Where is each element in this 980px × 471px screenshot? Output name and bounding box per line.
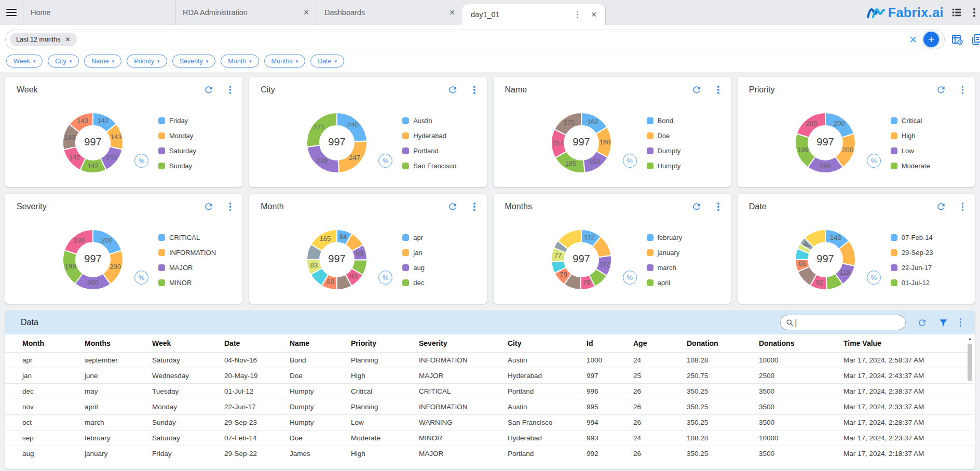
filter-pill-month[interactable]: Month▾ <box>221 55 258 68</box>
percent-toggle-button[interactable]: % <box>134 154 148 168</box>
legend-item-san-francisco[interactable]: San Francisco <box>402 158 480 173</box>
column-header-time-value[interactable]: Time Value <box>843 334 973 352</box>
refresh-icon[interactable] <box>691 85 702 95</box>
refresh-icon[interactable] <box>936 85 946 95</box>
column-header-name[interactable]: Name <box>290 334 351 352</box>
percent-toggle-button[interactable]: % <box>867 154 881 168</box>
tab-close-icon[interactable]: ✕ <box>591 10 597 19</box>
table-row[interactable]: sepfebruarySaturday07-Feb-14DoeModerateM… <box>5 430 973 446</box>
legend-item-high[interactable]: High <box>891 128 969 143</box>
scrollbar-up-arrow[interactable]: ▲ <box>967 337 973 343</box>
legend-item-april[interactable]: april <box>647 275 725 290</box>
refresh-icon[interactable] <box>203 85 214 95</box>
legend-item-austin[interactable]: Austin <box>402 113 480 128</box>
column-header-month[interactable]: Month <box>5 334 85 352</box>
filter-pill-severity[interactable]: Severity▾ <box>172 55 216 68</box>
filter-pill-date[interactable]: Date▾ <box>310 55 344 68</box>
percent-toggle-button[interactable]: % <box>378 271 392 285</box>
legend-item-dec[interactable]: dec <box>402 275 480 290</box>
legend-item-apr[interactable]: apr <box>402 230 480 245</box>
column-header-age[interactable]: Age <box>633 334 687 352</box>
tab-dashboards[interactable]: Dashboards✕ <box>317 0 462 25</box>
column-header-city[interactable]: City <box>508 334 587 352</box>
card-menu-icon[interactable] <box>473 86 475 94</box>
legend-item-29-sep-23[interactable]: 29-Sep-23 <box>891 245 969 260</box>
hamburger-menu-icon[interactable] <box>0 0 23 25</box>
legend-item-22-jun-17[interactable]: 22-Jun-17 <box>891 260 969 275</box>
legend-item-bond[interactable]: Bond <box>647 113 725 128</box>
refresh-icon[interactable] <box>447 201 458 212</box>
refresh-icon[interactable] <box>691 201 702 212</box>
table-row[interactable]: aprseptemberSaturday04-Nov-16BondPlannin… <box>5 352 973 368</box>
column-header-severity[interactable]: Severity <box>419 334 508 352</box>
legend-item-march[interactable]: march <box>647 260 725 275</box>
filter-chip-last-12-months[interactable]: Last 12 months ✕ <box>10 33 77 46</box>
legend-item-hyderabad[interactable]: Hyderabad <box>402 128 480 143</box>
table-row[interactable]: decmayTuesday01-Jul-12HumptyCriticalCRIT… <box>5 383 973 399</box>
table-settings-icon[interactable] <box>951 33 963 46</box>
table-row[interactable]: augjanuaryFriday29-Sep-22JamesHighMAJORP… <box>5 446 973 461</box>
card-menu-icon[interactable] <box>229 86 232 94</box>
legend-item-major[interactable]: MAJOR <box>158 260 236 275</box>
legend-item-saturday[interactable]: Saturday <box>158 143 236 158</box>
legend-item-critical[interactable]: CRITICAL <box>158 230 236 245</box>
refresh-icon[interactable] <box>936 201 946 212</box>
filter-pill-priority[interactable]: Priority▾ <box>127 55 167 68</box>
column-header-donations[interactable]: Donations <box>759 334 843 352</box>
tab-menu-icon[interactable]: ⋮ <box>574 10 581 19</box>
legend-item-information[interactable]: INFORMATION <box>158 245 236 260</box>
column-header-donation[interactable]: Donation <box>687 334 759 352</box>
scrollbar-thumb[interactable] <box>968 344 972 381</box>
column-header-week[interactable]: Week <box>152 334 224 352</box>
legend-item-critical[interactable]: Critical <box>891 113 969 128</box>
filter-pill-city[interactable]: City▾ <box>48 55 79 68</box>
filter-pill-months[interactable]: Months▾ <box>264 55 306 68</box>
legend-item-friday[interactable]: Friday <box>158 113 236 128</box>
overflow-menu-icon[interactable] <box>970 7 979 18</box>
legend-item-portland[interactable]: Portland <box>402 143 480 158</box>
percent-toggle-button[interactable]: % <box>623 271 637 285</box>
table-scrollbar[interactable]: ▲ <box>967 337 973 467</box>
legend-item-sunday[interactable]: Sunday <box>158 158 236 173</box>
column-header-id[interactable]: Id <box>587 334 633 352</box>
tab-home[interactable]: Home <box>23 0 175 25</box>
legend-item-minor[interactable]: MINOR <box>158 275 236 290</box>
table-row[interactable]: novaprilMonday22-Jun-17DumptyPlanningINF… <box>5 399 973 414</box>
legend-item-low[interactable]: Low <box>891 143 969 158</box>
chip-close-icon[interactable]: ✕ <box>65 36 70 43</box>
legend-item-humpty[interactable]: Humpty <box>647 158 725 173</box>
card-menu-icon[interactable] <box>229 203 232 211</box>
percent-toggle-button[interactable]: % <box>623 154 637 168</box>
copy-dashboard-icon[interactable] <box>971 33 980 46</box>
card-menu-icon[interactable] <box>962 86 964 94</box>
legend-item-february[interactable]: february <box>647 230 725 245</box>
column-header-priority[interactable]: Priority <box>351 334 419 352</box>
percent-toggle-button[interactable]: % <box>867 271 881 285</box>
tab-close-icon[interactable]: ✕ <box>449 8 455 17</box>
legend-item-doe[interactable]: Doe <box>647 128 725 143</box>
legend-item-dumpty[interactable]: Dumpty <box>647 143 725 158</box>
table-rows-icon[interactable] <box>951 7 962 18</box>
table-row[interactable]: janjuneWednesday20-May-19DoeHighMAJORHyd… <box>5 368 973 383</box>
filter-pill-week[interactable]: Week▾ <box>6 55 43 68</box>
clear-filters-icon[interactable]: ✕ <box>909 35 917 45</box>
tab-close-icon[interactable]: ✕ <box>303 8 309 17</box>
legend-item-jan[interactable]: jan <box>402 245 480 260</box>
table-row[interactable]: octmarchSunday29-Sep-23HumptyLowWARNINGS… <box>5 414 973 430</box>
search-field[interactable] <box>800 319 900 327</box>
legend-item-moderate[interactable]: Moderate <box>891 158 969 173</box>
legend-item-01-jul-12[interactable]: 01-Jul-12 <box>891 275 969 290</box>
tab-day1-01[interactable]: day1_01⋮✕ <box>462 4 606 25</box>
column-header-months[interactable]: Months <box>85 334 152 352</box>
add-filter-button[interactable]: + <box>923 32 939 47</box>
table-filter-icon[interactable] <box>938 318 948 328</box>
legend-item-07-feb-14[interactable]: 07-Feb-14 <box>891 230 969 245</box>
card-menu-icon[interactable] <box>717 203 719 211</box>
table-refresh-icon[interactable] <box>917 318 927 328</box>
table-menu-icon[interactable] <box>960 318 962 327</box>
legend-item-monday[interactable]: Monday <box>158 128 236 143</box>
refresh-icon[interactable] <box>203 201 214 212</box>
filter-pill-name[interactable]: Name▾ <box>84 55 121 68</box>
table-search-input[interactable]: | <box>780 315 906 330</box>
refresh-icon[interactable] <box>447 85 458 95</box>
